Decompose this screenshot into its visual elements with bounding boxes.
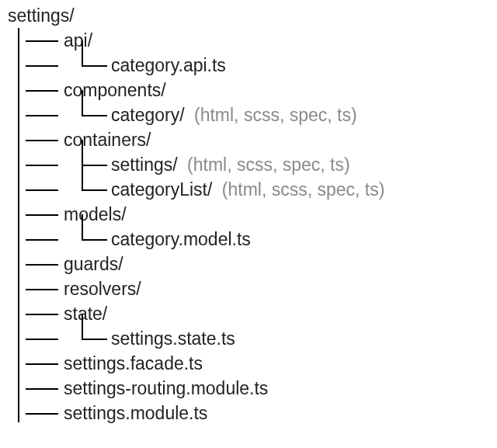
folder-containers-categorylist: categoryList/ (html, scss, spec, ts): [111, 177, 384, 202]
child-vline: [82, 40, 83, 65]
folder-components-category: category/ (html, scss, spec, ts): [111, 102, 357, 127]
child-vline: [82, 90, 83, 115]
folder-label: category/: [111, 105, 185, 125]
tree-row-models-file: category.model.ts: [8, 227, 497, 252]
file-settings-routing: settings-routing.module.ts: [64, 376, 268, 401]
file-settings-facade: settings.facade.ts: [64, 351, 203, 376]
file-types-note: (html, scss, spec, ts): [194, 105, 357, 125]
tree-row-state-file: settings.state.ts: [8, 326, 497, 351]
file-category-model: category.model.ts: [111, 227, 251, 252]
branch-line: [26, 239, 58, 241]
child-hline: [82, 65, 107, 67]
folder-guards: guards/: [64, 252, 123, 276]
folder-containers: containers/: [64, 127, 151, 152]
folder-resolvers: resolvers/: [64, 276, 141, 301]
tree-row-facade: settings.facade.ts: [8, 351, 497, 376]
tree-row-api-file: category.api.ts: [8, 53, 497, 78]
folder-components: components/: [64, 78, 166, 102]
branch-line: [26, 339, 58, 340]
branch-line: [26, 189, 58, 191]
branch-line: [26, 413, 58, 415]
tree-row-routing: settings-routing.module.ts: [8, 376, 497, 401]
tree-row-containers-categorylist: categoryList/ (html, scss, spec, ts): [8, 177, 497, 202]
branch-line: [26, 165, 58, 166]
branch-line: [26, 264, 58, 266]
branch-line: [26, 140, 58, 141]
folder-api: api/: [64, 28, 92, 53]
directory-tree: settings/ api/ category.api.ts component…: [0, 0, 497, 425]
child-vline: [82, 314, 83, 339]
tree-row-guards: guards/: [8, 252, 497, 276]
file-api-category: category.api.ts: [111, 53, 226, 78]
branch-line: [26, 388, 58, 390]
child-hline: [82, 189, 107, 191]
branch-line: [26, 40, 58, 42]
tree-row-resolvers: resolvers/: [8, 276, 497, 301]
branch-line: [26, 90, 58, 92]
tree-row-containers-settings: settings/ (html, scss, spec, ts): [8, 152, 497, 177]
child-hline: [82, 115, 107, 116]
branch-line: [26, 214, 58, 216]
child-hline: [82, 165, 107, 166]
folder-containers-settings: settings/ (html, scss, spec, ts): [111, 152, 350, 177]
folder-state: state/: [64, 301, 107, 326]
folder-label: categoryList/: [111, 179, 212, 200]
child-hline: [82, 339, 107, 340]
branch-line: [26, 115, 58, 116]
folder-models: models/: [64, 202, 127, 227]
root-folder: settings/: [8, 3, 75, 28]
child-vline: [82, 214, 83, 239]
branch-line: [26, 289, 58, 290]
file-settings-module: settings.module.ts: [64, 401, 207, 425]
tree-row-components-category: category/ (html, scss, spec, ts): [8, 102, 497, 127]
tree-row-root: settings/: [8, 3, 497, 28]
folder-label: settings/: [111, 155, 178, 175]
branch-line: [26, 65, 58, 67]
tree-row-module: settings.module.ts: [8, 401, 497, 425]
branch-line: [26, 363, 58, 365]
file-settings-state: settings.state.ts: [111, 326, 235, 351]
branch-line: [26, 314, 58, 315]
file-types-note: (html, scss, spec, ts): [222, 179, 385, 200]
file-types-note: (html, scss, spec, ts): [187, 155, 350, 175]
child-hline: [82, 239, 107, 241]
